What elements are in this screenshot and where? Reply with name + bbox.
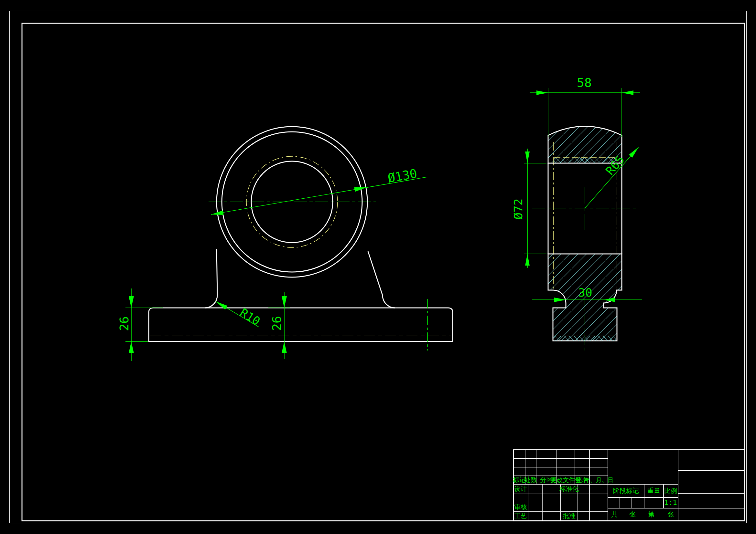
cad-drawing-canvas: Ø130 R10 26 26 [0, 0, 756, 534]
arrowhead [129, 342, 134, 353]
title-block: 标记 处数 分区 更改文件号 签名 年、月、日 设计 标准化 审核 工艺 批准 … [513, 450, 745, 521]
base-plate-outline [149, 308, 453, 342]
label-design: 设计 [514, 485, 527, 492]
label-sheets: 张 [629, 511, 636, 518]
front-view: Ø130 R10 26 26 [117, 79, 453, 361]
arrowhead [282, 296, 287, 308]
cap-liner-band [554, 157, 617, 163]
arrowhead [129, 296, 134, 308]
arrowhead [354, 187, 367, 192]
value-scale: 1:1 [664, 498, 677, 507]
arrowhead [525, 254, 530, 266]
label-stage-mark: 阶段标记 [613, 487, 639, 494]
side-view-section: 58 Ø72 30 R65 [512, 76, 642, 353]
dim-text-bore: Ø72 [512, 198, 525, 219]
pillar-left-side [205, 249, 217, 308]
label-standardize: 标准化 [559, 485, 579, 492]
pillar-right-side [368, 251, 395, 308]
dim-text-base-height-left: 26 [117, 316, 131, 331]
dim-text-neck: 30 [578, 286, 592, 299]
arrowhead [282, 342, 287, 353]
label-mark: 标记 [513, 476, 526, 483]
arrowhead [554, 297, 566, 302]
label-date: 年、月、日 [584, 477, 613, 483]
dim-diameter-130: Ø130 [211, 166, 427, 215]
dim-text-fillet: R10 [238, 306, 262, 328]
dim-fillet-r10: R10 [216, 301, 262, 328]
dim-text-base-height-mid: 26 [270, 316, 284, 331]
dim-base-height-left: 26 [117, 289, 164, 361]
sheet-border [10, 11, 746, 523]
label-process: 工艺 [514, 512, 527, 520]
drawing-sheet: Ø130 R10 26 26 [0, 0, 756, 534]
label-ordinal: 第 [648, 511, 655, 518]
arrowhead [622, 90, 634, 95]
label-count: 处数 [524, 476, 537, 483]
label-weight: 重量 [647, 487, 660, 494]
revision-header-row: 标记 处数 分区 更改文件号 签名 年、月、日 [513, 476, 613, 483]
dim-text-width: 58 [577, 76, 592, 90]
label-review: 审核 [514, 503, 527, 510]
arrowhead [525, 151, 530, 163]
label-approve: 批准 [563, 512, 576, 520]
dim-bore-72: Ø72 [512, 149, 547, 268]
sheet-count-row: 共 张 第 张 [611, 511, 674, 518]
label-total: 共 [611, 511, 618, 518]
arrowhead [536, 90, 548, 95]
label-sheet2: 张 [667, 511, 674, 518]
label-scale: 比例 [664, 487, 677, 494]
dim-base-height-mid: 26 [268, 292, 290, 359]
arrowhead [216, 301, 227, 310]
dim-text-dia-outer: Ø130 [387, 166, 418, 186]
